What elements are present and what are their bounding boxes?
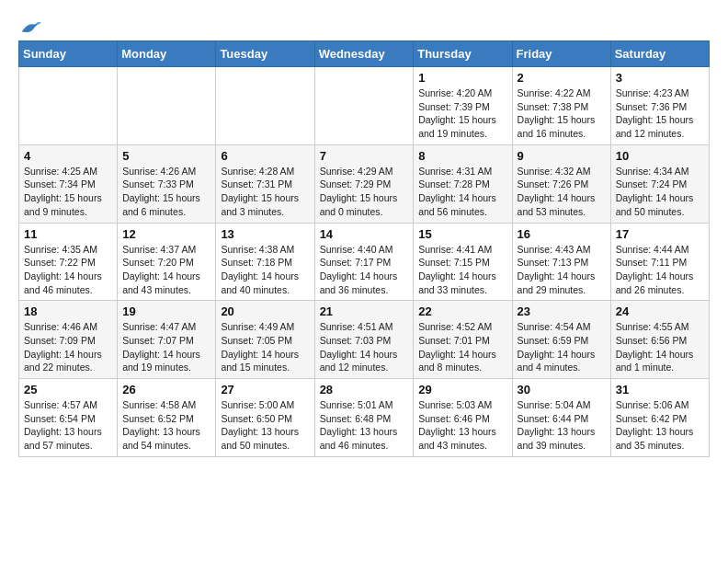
day-number: 8 <box>418 149 506 163</box>
day-info: Sunrise: 4:44 AM Sunset: 7:11 PM Dayligh… <box>616 243 704 297</box>
day-number: 31 <box>616 383 704 396</box>
calendar-week-row: 4Sunrise: 4:25 AM Sunset: 7:34 PM Daylig… <box>19 144 710 223</box>
day-number: 12 <box>122 227 210 241</box>
weekday-header-sunday: Sunday <box>19 41 118 67</box>
day-info: Sunrise: 4:25 AM Sunset: 7:34 PM Dayligh… <box>24 165 112 219</box>
day-number: 24 <box>616 304 704 318</box>
day-info: Sunrise: 4:38 AM Sunset: 7:18 PM Dayligh… <box>221 243 309 297</box>
calendar-cell: 5Sunrise: 4:26 AM Sunset: 7:33 PM Daylig… <box>118 144 216 223</box>
day-number: 9 <box>518 149 606 163</box>
day-info: Sunrise: 4:58 AM Sunset: 6:52 PM Dayligh… <box>122 398 210 453</box>
calendar-cell: 19Sunrise: 4:47 AM Sunset: 7:07 PM Dayli… <box>118 301 216 379</box>
weekday-header-saturday: Saturday <box>610 41 709 67</box>
day-number: 26 <box>122 383 210 396</box>
calendar-cell: 14Sunrise: 4:40 AM Sunset: 7:17 PM Dayli… <box>314 223 414 301</box>
calendar-week-row: 1Sunrise: 4:20 AM Sunset: 7:39 PM Daylig… <box>19 67 710 145</box>
calendar-cell: 31Sunrise: 5:06 AM Sunset: 6:42 PM Dayli… <box>610 379 709 457</box>
calendar-header-row: SundayMondayTuesdayWednesdayThursdayFrid… <box>19 41 710 67</box>
day-info: Sunrise: 4:23 AM Sunset: 7:36 PM Dayligh… <box>616 86 704 141</box>
calendar-cell: 16Sunrise: 4:43 AM Sunset: 7:13 PM Dayli… <box>512 223 610 301</box>
calendar-cell: 17Sunrise: 4:44 AM Sunset: 7:11 PM Dayli… <box>610 223 709 301</box>
day-number: 18 <box>24 304 112 318</box>
calendar-cell: 11Sunrise: 4:35 AM Sunset: 7:22 PM Dayli… <box>19 223 118 301</box>
day-info: Sunrise: 4:46 AM Sunset: 7:09 PM Dayligh… <box>24 320 112 374</box>
day-number: 10 <box>616 149 704 163</box>
weekday-header-wednesday: Wednesday <box>314 41 414 67</box>
day-number: 28 <box>320 383 409 396</box>
calendar-cell: 24Sunrise: 4:55 AM Sunset: 6:56 PM Dayli… <box>610 301 709 379</box>
day-info: Sunrise: 4:47 AM Sunset: 7:07 PM Dayligh… <box>122 320 210 374</box>
day-number: 1 <box>418 71 506 85</box>
calendar-cell: 10Sunrise: 4:34 AM Sunset: 7:24 PM Dayli… <box>610 144 709 223</box>
day-number: 20 <box>221 304 309 318</box>
day-number: 22 <box>418 304 506 318</box>
day-info: Sunrise: 5:03 AM Sunset: 6:46 PM Dayligh… <box>418 398 506 453</box>
day-info: Sunrise: 5:06 AM Sunset: 6:42 PM Dayligh… <box>616 398 704 453</box>
day-info: Sunrise: 5:01 AM Sunset: 6:48 PM Dayligh… <box>320 398 409 453</box>
day-info: Sunrise: 4:32 AM Sunset: 7:26 PM Dayligh… <box>518 165 606 219</box>
day-info: Sunrise: 4:54 AM Sunset: 6:59 PM Dayligh… <box>518 320 606 374</box>
calendar-cell <box>314 67 414 145</box>
calendar-cell <box>19 67 118 145</box>
day-number: 30 <box>518 383 606 396</box>
day-number: 2 <box>518 71 606 85</box>
calendar-cell: 27Sunrise: 5:00 AM Sunset: 6:50 PM Dayli… <box>216 379 314 457</box>
calendar-table: SundayMondayTuesdayWednesdayThursdayFrid… <box>18 40 710 457</box>
calendar-cell: 21Sunrise: 4:51 AM Sunset: 7:03 PM Dayli… <box>314 301 414 379</box>
day-info: Sunrise: 4:43 AM Sunset: 7:13 PM Dayligh… <box>518 243 606 297</box>
calendar-cell: 18Sunrise: 4:46 AM Sunset: 7:09 PM Dayli… <box>19 301 118 379</box>
day-number: 15 <box>418 227 506 241</box>
header <box>18 18 710 31</box>
calendar-cell: 13Sunrise: 4:38 AM Sunset: 7:18 PM Dayli… <box>216 223 314 301</box>
day-info: Sunrise: 4:49 AM Sunset: 7:05 PM Dayligh… <box>221 320 309 374</box>
day-info: Sunrise: 4:31 AM Sunset: 7:28 PM Dayligh… <box>418 165 506 219</box>
calendar-cell: 15Sunrise: 4:41 AM Sunset: 7:15 PM Dayli… <box>414 223 512 301</box>
day-info: Sunrise: 4:28 AM Sunset: 7:31 PM Dayligh… <box>221 165 309 219</box>
calendar-cell: 6Sunrise: 4:28 AM Sunset: 7:31 PM Daylig… <box>216 144 314 223</box>
calendar-cell: 22Sunrise: 4:52 AM Sunset: 7:01 PM Dayli… <box>414 301 512 379</box>
weekday-header-friday: Friday <box>512 41 610 67</box>
calendar-cell: 25Sunrise: 4:57 AM Sunset: 6:54 PM Dayli… <box>19 379 118 457</box>
day-info: Sunrise: 4:52 AM Sunset: 7:01 PM Dayligh… <box>418 320 506 374</box>
day-info: Sunrise: 4:41 AM Sunset: 7:15 PM Dayligh… <box>418 243 506 297</box>
calendar-cell: 23Sunrise: 4:54 AM Sunset: 6:59 PM Dayli… <box>512 301 610 379</box>
calendar-cell: 1Sunrise: 4:20 AM Sunset: 7:39 PM Daylig… <box>414 67 512 145</box>
logo <box>18 18 42 31</box>
calendar-cell: 30Sunrise: 5:04 AM Sunset: 6:44 PM Dayli… <box>512 379 610 457</box>
weekday-header-thursday: Thursday <box>414 41 512 67</box>
day-number: 25 <box>24 383 112 396</box>
day-number: 27 <box>221 383 309 396</box>
calendar-cell: 3Sunrise: 4:23 AM Sunset: 7:36 PM Daylig… <box>610 67 709 145</box>
calendar-week-row: 25Sunrise: 4:57 AM Sunset: 6:54 PM Dayli… <box>19 379 710 457</box>
day-info: Sunrise: 4:55 AM Sunset: 6:56 PM Dayligh… <box>616 320 704 374</box>
logo-bird-icon <box>20 18 42 35</box>
calendar-week-row: 18Sunrise: 4:46 AM Sunset: 7:09 PM Dayli… <box>19 301 710 379</box>
day-number: 13 <box>221 227 309 241</box>
weekday-header-monday: Monday <box>118 41 216 67</box>
day-info: Sunrise: 4:34 AM Sunset: 7:24 PM Dayligh… <box>616 165 704 219</box>
calendar-cell: 20Sunrise: 4:49 AM Sunset: 7:05 PM Dayli… <box>216 301 314 379</box>
day-number: 19 <box>122 304 210 318</box>
calendar-cell: 28Sunrise: 5:01 AM Sunset: 6:48 PM Dayli… <box>314 379 414 457</box>
day-number: 16 <box>518 227 606 241</box>
day-number: 11 <box>24 227 112 241</box>
calendar-cell <box>216 67 314 145</box>
calendar-cell: 29Sunrise: 5:03 AM Sunset: 6:46 PM Dayli… <box>414 379 512 457</box>
day-info: Sunrise: 4:37 AM Sunset: 7:20 PM Dayligh… <box>122 243 210 297</box>
calendar-cell: 4Sunrise: 4:25 AM Sunset: 7:34 PM Daylig… <box>19 144 118 223</box>
day-number: 5 <box>122 149 210 163</box>
day-number: 17 <box>616 227 704 241</box>
day-info: Sunrise: 4:29 AM Sunset: 7:29 PM Dayligh… <box>320 165 409 219</box>
calendar-cell: 12Sunrise: 4:37 AM Sunset: 7:20 PM Dayli… <box>118 223 216 301</box>
calendar-cell: 8Sunrise: 4:31 AM Sunset: 7:28 PM Daylig… <box>414 144 512 223</box>
calendar-cell: 26Sunrise: 4:58 AM Sunset: 6:52 PM Dayli… <box>118 379 216 457</box>
day-number: 6 <box>221 149 309 163</box>
calendar-cell: 2Sunrise: 4:22 AM Sunset: 7:38 PM Daylig… <box>512 67 610 145</box>
calendar-week-row: 11Sunrise: 4:35 AM Sunset: 7:22 PM Dayli… <box>19 223 710 301</box>
day-number: 4 <box>24 149 112 163</box>
calendar-cell: 9Sunrise: 4:32 AM Sunset: 7:26 PM Daylig… <box>512 144 610 223</box>
day-number: 23 <box>518 304 606 318</box>
day-number: 21 <box>320 304 409 318</box>
weekday-header-tuesday: Tuesday <box>216 41 314 67</box>
calendar-cell <box>118 67 216 145</box>
